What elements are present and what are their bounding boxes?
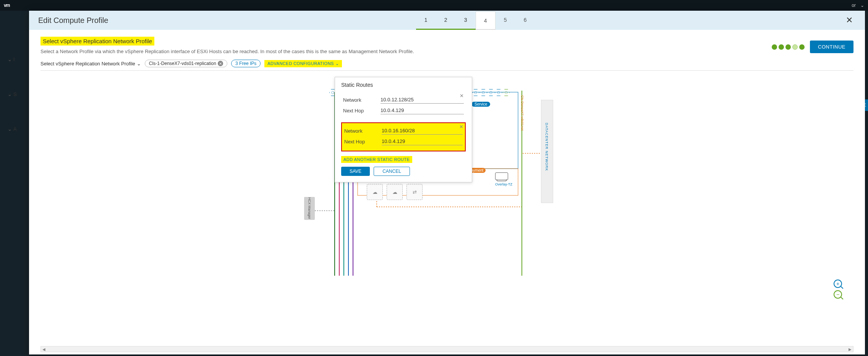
add-static-route-link[interactable]: ADD ANOTHER STATIC ROUTE bbox=[341, 156, 412, 163]
hex-icon: ⬡ bbox=[472, 89, 479, 96]
popover-actions: SAVE CANCEL bbox=[341, 167, 466, 176]
hex-icon: ⬡ bbox=[503, 89, 510, 96]
zoom-in-icon[interactable]: + bbox=[834, 280, 842, 288]
app-bar-right: or ⌄ bbox=[852, 3, 864, 8]
remove-route-icon[interactable]: ✕ bbox=[460, 93, 464, 99]
wizard-step-3[interactable]: 3 bbox=[456, 11, 476, 30]
modal-header: Edit Compute Profile 1 2 3 4 5 6 ✕ bbox=[29, 11, 865, 30]
popover-title: Static Routes bbox=[341, 82, 466, 88]
network-profile-label: Select vSphere Replication Network Profi… bbox=[40, 61, 141, 67]
hcx-manager-box: HCX Manager bbox=[304, 197, 315, 220]
nexthop-input[interactable]: 10.0.4.129 bbox=[381, 107, 464, 114]
zoom-out-icon[interactable]: − bbox=[834, 290, 842, 299]
cluster-label: Cls-DenseX7-vds01net bbox=[520, 95, 524, 131]
advanced-configurations-link[interactable]: ADVANCED CONFIGURATIONS ⌄ bbox=[264, 60, 342, 67]
wizard-steps: 1 2 3 4 5 6 bbox=[416, 11, 535, 30]
overlay-label: Overlay-TZ bbox=[495, 182, 512, 186]
free-ips-pill[interactable]: 3 Free IPs bbox=[231, 60, 261, 67]
user-menu-suffix[interactable]: or bbox=[852, 3, 856, 8]
chevron-down-icon: ⌄ bbox=[8, 126, 12, 132]
status-dot-4 bbox=[792, 44, 798, 50]
wizard-step-2[interactable]: 2 bbox=[436, 11, 456, 30]
status-dot-2 bbox=[779, 44, 784, 50]
appliance-icon: ☁ bbox=[387, 184, 403, 200]
service-badge: Service bbox=[471, 101, 490, 107]
network-input[interactable]: 10.0.16.160/28 bbox=[382, 127, 463, 135]
datacenter-network-label: DATACENTER NETWORK bbox=[545, 123, 549, 171]
status-dots bbox=[772, 44, 805, 50]
modal-body: CONTINUE Select vSphere Replication Netw… bbox=[29, 30, 865, 346]
header-actions: CONTINUE bbox=[772, 41, 853, 53]
diagram-canvas: Static Routes ✕ Network 10.0.12.128/25 N… bbox=[40, 77, 853, 314]
nexthop-label: Next Hop bbox=[344, 139, 375, 145]
chevron-down-icon: ⌄ bbox=[8, 91, 12, 97]
wizard-step-4[interactable]: 4 bbox=[476, 11, 496, 30]
save-button[interactable]: SAVE bbox=[341, 167, 370, 176]
bg-item-2: S bbox=[13, 91, 17, 97]
status-dot-3 bbox=[785, 44, 791, 50]
bg-item-3: A bbox=[13, 126, 17, 132]
divider bbox=[40, 70, 853, 71]
user-menu-chevron-icon[interactable]: ⌄ bbox=[860, 3, 864, 8]
modal-title: Edit Compute Profile bbox=[38, 16, 108, 25]
remove-profile-icon[interactable]: ✕ bbox=[218, 61, 223, 66]
background-nav: ⌄I ⌄S ⌄A bbox=[8, 49, 17, 161]
appliance-icon: ⇄ bbox=[406, 184, 423, 200]
router-icon bbox=[495, 172, 508, 180]
static-routes-popover: Static Routes ✕ Network 10.0.12.128/25 N… bbox=[335, 77, 472, 182]
nexthop-input[interactable]: 10.0.4.129 bbox=[382, 138, 463, 145]
status-dot-5 bbox=[799, 44, 805, 50]
hex-icon: ⬡ bbox=[487, 89, 494, 96]
chevron-down-icon[interactable]: ⌄ bbox=[137, 61, 141, 67]
continue-button[interactable]: CONTINUE bbox=[810, 41, 853, 53]
zoom-controls: + − bbox=[834, 280, 842, 299]
bg-item-1: I bbox=[13, 57, 15, 62]
wizard-step-1[interactable]: 1 bbox=[416, 11, 436, 30]
selected-profile-label: Cls-1-DenseX7-vds01-replication bbox=[149, 61, 216, 66]
chevron-down-icon: ⌄ bbox=[335, 61, 339, 66]
hex-icon: ⬡ bbox=[480, 89, 487, 96]
remove-route-icon[interactable]: ✕ bbox=[459, 124, 463, 130]
hex-icon: ⬡ bbox=[495, 89, 502, 96]
static-route-1: ✕ Network 10.0.12.128/25 Next Hop 10.0.4… bbox=[341, 92, 466, 120]
cancel-button[interactable]: CANCEL bbox=[374, 167, 410, 176]
chevron-down-icon: ⌄ bbox=[8, 57, 12, 62]
vmware-logo: vm bbox=[4, 3, 10, 8]
app-bar: vm or ⌄ bbox=[0, 0, 868, 11]
network-label: Network bbox=[344, 128, 375, 134]
appliance-icon: ☁ bbox=[367, 184, 383, 200]
selected-profile-pill[interactable]: Cls-1-DenseX7-vds01-replication ✕ bbox=[145, 60, 227, 67]
static-route-2: ✕ Network 10.0.16.160/28 Next Hop 10.0.4… bbox=[341, 122, 466, 151]
edit-compute-profile-modal: Edit Compute Profile 1 2 3 4 5 6 ✕ CONTI… bbox=[29, 11, 865, 354]
overlay-router: Overlay-TZ bbox=[495, 172, 512, 186]
scroll-left-icon[interactable]: ◀ bbox=[42, 347, 45, 351]
network-profile-row: Select vSphere Replication Network Profi… bbox=[40, 60, 853, 67]
close-icon[interactable]: ✕ bbox=[843, 14, 856, 27]
appliance-icons: ☁ ☁ ⇄ bbox=[367, 184, 423, 200]
scroll-right-icon[interactable]: ▶ bbox=[849, 347, 852, 351]
section-description: Select a Network Profile via which the v… bbox=[40, 49, 853, 54]
network-input[interactable]: 10.0.12.128/25 bbox=[381, 96, 464, 104]
status-dot-1 bbox=[772, 44, 777, 50]
network-label: Network bbox=[343, 97, 374, 103]
nexthop-label: Next Hop bbox=[343, 108, 374, 114]
wizard-step-6[interactable]: 6 bbox=[515, 11, 535, 30]
wizard-step-5[interactable]: 5 bbox=[496, 11, 515, 30]
horizontal-scrollbar[interactable]: ◀ ▶ bbox=[40, 346, 853, 352]
section-title: Select vSphere Replication Network Profi… bbox=[40, 37, 154, 46]
